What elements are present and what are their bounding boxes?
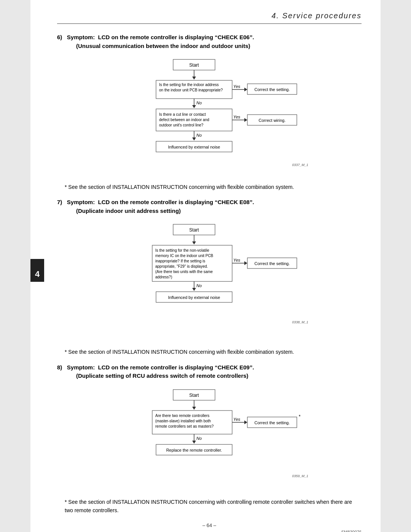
doc-ref: SM830076 bbox=[57, 530, 362, 532]
svg-text:No: No bbox=[196, 283, 202, 288]
svg-marker-55 bbox=[192, 407, 196, 410]
svg-text:memory IC on the indoor unit P: memory IC on the indoor unit PCB bbox=[155, 254, 213, 258]
svg-text:0359_M_1: 0359_M_1 bbox=[292, 474, 308, 478]
svg-text:remote controllers set as mast: remote controllers set as masters? bbox=[155, 424, 214, 428]
svg-text:inappropriate? If the setting : inappropriate? If the setting is bbox=[155, 259, 205, 263]
svg-text:Start: Start bbox=[189, 62, 199, 68]
page-number: – 64 – bbox=[57, 522, 362, 528]
svg-marker-67 bbox=[192, 441, 196, 444]
svg-text:Is the setting for the non-vol: Is the setting for the non-volatile bbox=[155, 248, 209, 252]
svg-marker-25 bbox=[192, 137, 196, 141]
flowchart-8-svg: Start Are there two remote controllers (… bbox=[103, 386, 316, 492]
svg-text:appropriate, "F29" is displaye: appropriate, "F29" is displayed. bbox=[155, 264, 208, 268]
section-8: 8) Symptom: LCD on the remote controller… bbox=[57, 363, 362, 515]
svg-text:defect between an indoor and: defect between an indoor and bbox=[159, 118, 209, 122]
section-7-note: * See the section of INSTALLATION INSTRU… bbox=[65, 348, 362, 356]
svg-text:Yes: Yes bbox=[233, 258, 241, 262]
svg-text:No: No bbox=[196, 436, 202, 441]
svg-text:(Are there two units with the : (Are there two units with the same bbox=[155, 270, 213, 274]
flowchart-7-svg: Start Is the setting for the non-volatil… bbox=[103, 220, 316, 342]
svg-marker-42 bbox=[244, 261, 247, 265]
page: 4. Service procedures 6) Symptom: LCD on… bbox=[30, 0, 381, 532]
svg-text:on the indoor unit PCB inappro: on the indoor unit PCB inappropriate? bbox=[159, 88, 223, 92]
section-6-note: * See the section of INSTALLATION INSTRU… bbox=[65, 183, 362, 191]
flowchart-7: Start Is the setting for the non-volatil… bbox=[57, 220, 362, 342]
svg-marker-47 bbox=[192, 288, 196, 291]
svg-text:Correct wiring.: Correct wiring. bbox=[259, 118, 286, 123]
svg-text:Correct the setting.: Correct the setting. bbox=[255, 420, 290, 425]
section-8-note: * See the section of INSTALLATION INSTRU… bbox=[65, 498, 362, 515]
svg-text:Influenced by external noise: Influenced by external noise bbox=[168, 145, 220, 149]
svg-text:*: * bbox=[299, 414, 301, 419]
page-title: 4. Service procedures bbox=[271, 11, 362, 20]
svg-text:outdoor unit's control line?: outdoor unit's control line? bbox=[159, 123, 204, 127]
svg-text:Yes: Yes bbox=[233, 417, 241, 422]
section-7: 7) Symptom: LCD on the remote controller… bbox=[57, 198, 362, 356]
side-tab: 4 bbox=[30, 259, 44, 282]
svg-marker-33 bbox=[192, 241, 196, 244]
svg-text:Correct the setting.: Correct the setting. bbox=[255, 261, 290, 266]
svg-text:Is there a cut line or contact: Is there a cut line or contact bbox=[159, 112, 206, 117]
svg-marker-61 bbox=[244, 420, 247, 424]
section-7-title: 7) Symptom: LCD on the remote controller… bbox=[57, 198, 362, 215]
svg-text:Influenced by external noise: Influenced by external noise bbox=[168, 295, 220, 300]
svg-text:No: No bbox=[196, 101, 202, 105]
section-6: 6) Symptom: LCD on the remote controller… bbox=[57, 33, 362, 191]
svg-text:(master-slave) installed with : (master-slave) installed with both bbox=[155, 419, 211, 423]
page-header: 4. Service procedures bbox=[57, 11, 362, 24]
svg-text:Yes: Yes bbox=[233, 84, 241, 89]
svg-text:0338_M_1: 0338_M_1 bbox=[292, 320, 308, 324]
svg-text:Start: Start bbox=[189, 393, 199, 398]
svg-text:Yes: Yes bbox=[233, 115, 241, 119]
svg-text:Correct the setting.: Correct the setting. bbox=[255, 87, 290, 92]
svg-marker-13 bbox=[192, 105, 196, 108]
svg-text:Start: Start bbox=[189, 227, 199, 233]
flowchart-8: Start Are there two remote controllers (… bbox=[57, 386, 362, 492]
svg-marker-20 bbox=[244, 118, 247, 122]
svg-text:Are there two remote controlle: Are there two remote controllers bbox=[155, 414, 209, 418]
flowchart-6: Start Is the setting for the indoor addr… bbox=[57, 56, 362, 177]
flowchart-6-svg: Start Is the setting for the indoor addr… bbox=[103, 56, 316, 177]
svg-text:address?): address?) bbox=[155, 275, 172, 279]
svg-text:Replace the remote controller.: Replace the remote controller. bbox=[166, 448, 222, 452]
svg-text:0337_M_1: 0337_M_1 bbox=[292, 163, 308, 167]
section-8-title: 8) Symptom: LCD on the remote controller… bbox=[57, 363, 362, 380]
svg-text:Is the setting for the indoor : Is the setting for the indoor address bbox=[159, 83, 219, 87]
svg-text:No: No bbox=[196, 133, 202, 137]
svg-marker-3 bbox=[192, 77, 196, 80]
svg-marker-8 bbox=[244, 88, 247, 91]
section-6-title: 6) Symptom: LCD on the remote controller… bbox=[57, 33, 362, 50]
